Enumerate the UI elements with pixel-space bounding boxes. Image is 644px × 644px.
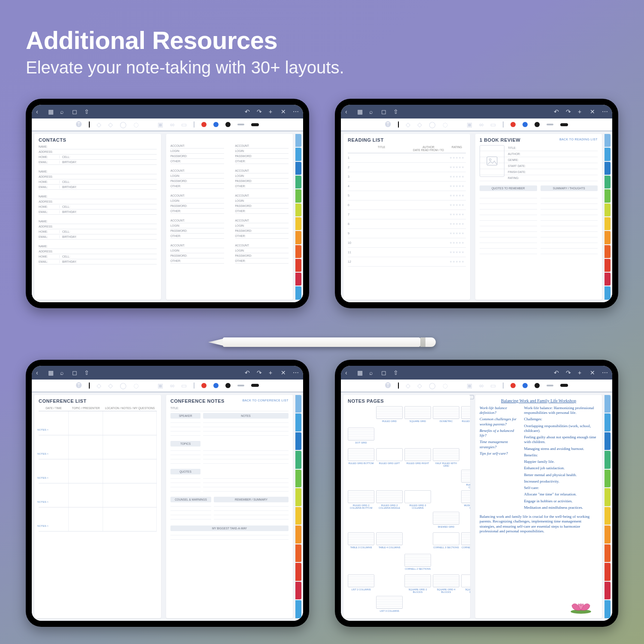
add-icon[interactable]: + [578, 109, 584, 115]
back-to-reading-list-link[interactable]: BACK TO READING LIST [559, 138, 598, 141]
back-icon[interactable]: ‹ [345, 370, 351, 376]
stroke-thick[interactable] [560, 123, 568, 126]
notes-link[interactable]: NOTES > [37, 525, 49, 527]
shapes-icon[interactable]: ◯ [120, 383, 127, 389]
search-icon[interactable]: ⌕ [369, 109, 375, 115]
lasso-icon[interactable]: ◌ [134, 122, 139, 128]
bookmark-icon[interactable]: ◻ [381, 370, 387, 376]
grid-icon[interactable]: ▦ [48, 109, 54, 115]
grid-icon[interactable]: ▦ [357, 109, 363, 115]
shapes-icon[interactable]: ◯ [429, 383, 436, 389]
back-icon[interactable]: ‹ [36, 370, 42, 376]
lasso-icon[interactable]: ◌ [443, 122, 448, 128]
notes-layout-thumb[interactable]: DOT GRID [348, 406, 374, 447]
reading-list-row[interactable]: 6 [348, 200, 466, 210]
share-icon[interactable]: ⇧ [84, 370, 90, 376]
color-blue[interactable] [213, 383, 219, 388]
color-blue[interactable] [213, 122, 219, 127]
back-to-conference-list-link[interactable]: BACK TO CONFERENCE LIST [243, 399, 289, 402]
reading-list-row[interactable]: 11 [348, 248, 466, 257]
add-icon[interactable]: + [578, 370, 584, 376]
month-tab[interactable] [605, 259, 611, 272]
color-black[interactable] [225, 383, 231, 388]
notes-layout-thumb[interactable]: SKEWED GRID [433, 490, 459, 531]
month-tab[interactable] [295, 162, 301, 175]
redo-icon[interactable]: ↷ [257, 109, 263, 115]
color-red[interactable] [510, 383, 516, 388]
notes-layout-thumb[interactable]: RULED GRID BOTTOM [348, 448, 374, 489]
month-tab[interactable] [295, 526, 301, 544]
month-tab[interactable] [605, 544, 611, 562]
ruler-icon[interactable]: ▭ [181, 383, 187, 389]
camera-icon[interactable]: ▣ [467, 122, 472, 128]
month-tab[interactable] [605, 470, 611, 488]
notes-layout-thumb[interactable]: TABLE 4 COLUMNS [376, 532, 403, 573]
share-icon[interactable]: ⇧ [84, 109, 90, 115]
color-blue[interactable] [522, 383, 528, 388]
month-tab[interactable] [295, 286, 301, 299]
notes-layout-thumb[interactable]: SQUARE GRID 4 BLOCKS [433, 574, 459, 615]
stroke-thin[interactable] [547, 385, 553, 386]
eraser-icon[interactable]: ◇ [406, 383, 410, 389]
notes-layout-thumb[interactable]: RULED GRID BOTTOM [461, 406, 470, 447]
month-tab[interactable] [605, 600, 611, 618]
month-tab[interactable] [295, 217, 301, 230]
month-tab[interactable] [605, 582, 611, 600]
month-tab[interactable] [295, 148, 301, 161]
highlighter-icon[interactable]: ◇ [417, 122, 422, 128]
month-tab[interactable] [295, 189, 301, 202]
stroke-thin[interactable] [237, 124, 244, 125]
link-icon[interactable]: ∞ [170, 383, 174, 389]
color-blue[interactable] [522, 122, 528, 127]
month-tab[interactable] [605, 432, 611, 450]
notes-link[interactable]: NOTES > [37, 453, 49, 455]
redo-icon[interactable]: ↷ [257, 370, 263, 376]
share-icon[interactable]: ⇧ [393, 370, 399, 376]
notes-link[interactable]: NOTES > [37, 428, 49, 431]
close-icon[interactable]: ✕ [590, 370, 596, 376]
month-tab[interactable] [605, 563, 611, 581]
month-tab[interactable] [295, 231, 301, 244]
redo-icon[interactable]: ↷ [566, 109, 572, 115]
search-icon[interactable]: ⌕ [369, 370, 375, 376]
month-tab[interactable] [605, 148, 611, 161]
shapes-icon[interactable]: ◯ [429, 122, 436, 128]
month-tab[interactable] [295, 176, 301, 188]
month-tab[interactable] [295, 259, 301, 272]
highlighter-icon[interactable]: ◇ [108, 122, 113, 128]
month-tab[interactable] [295, 245, 301, 258]
link-icon[interactable]: ∞ [170, 122, 174, 128]
close-icon[interactable]: ✕ [281, 109, 287, 115]
text-tool-icon[interactable]: 🅣 [385, 122, 391, 128]
notes-layout-thumb[interactable]: RULED GRID LEFT [376, 448, 403, 489]
month-tab[interactable] [605, 204, 611, 216]
notes-layout-thumb[interactable]: RULED GRID 2 COLUMNS BOTTOM [348, 490, 374, 531]
stroke-thin[interactable] [547, 124, 553, 125]
stroke-thin[interactable] [237, 385, 244, 386]
notes-layout-thumb[interactable]: RULED GRID RIGHT [404, 448, 431, 489]
reading-list-row[interactable]: 7 [348, 210, 466, 219]
month-tab[interactable] [605, 162, 611, 175]
notes-layout-thumb[interactable]: SQUARE GRID [404, 406, 431, 447]
reading-list-row[interactable]: 2 [348, 163, 466, 172]
bookmark-icon[interactable]: ◻ [381, 109, 387, 115]
pen-tool-icon[interactable] [89, 122, 90, 128]
month-tab[interactable] [605, 217, 611, 230]
color-black[interactable] [225, 122, 231, 127]
notes-layout-thumb[interactable]: RULED GRID 2 COLUMNS MIDDLE [376, 490, 403, 531]
more-icon[interactable]: ⋯ [293, 370, 299, 376]
month-tab[interactable] [295, 273, 301, 286]
back-icon[interactable]: ‹ [345, 109, 351, 115]
notes-layout-thumb[interactable]: CORNELL 3 SECTIONS [433, 532, 459, 573]
stroke-thick[interactable] [560, 384, 568, 387]
month-tab[interactable] [605, 507, 611, 525]
notes-layout-thumb[interactable]: MUSIC GRID WITH MARGIN [461, 490, 470, 531]
eraser-icon[interactable]: ◇ [406, 122, 410, 128]
notes-layout-thumb[interactable]: RULED GRID [376, 406, 403, 447]
month-tab[interactable] [295, 134, 301, 147]
add-icon[interactable]: + [269, 109, 275, 115]
month-tab[interactable] [605, 413, 611, 431]
text-tool-icon[interactable]: 🅣 [76, 383, 82, 389]
search-icon[interactable]: ⌕ [60, 109, 66, 115]
month-tab[interactable] [605, 189, 611, 202]
